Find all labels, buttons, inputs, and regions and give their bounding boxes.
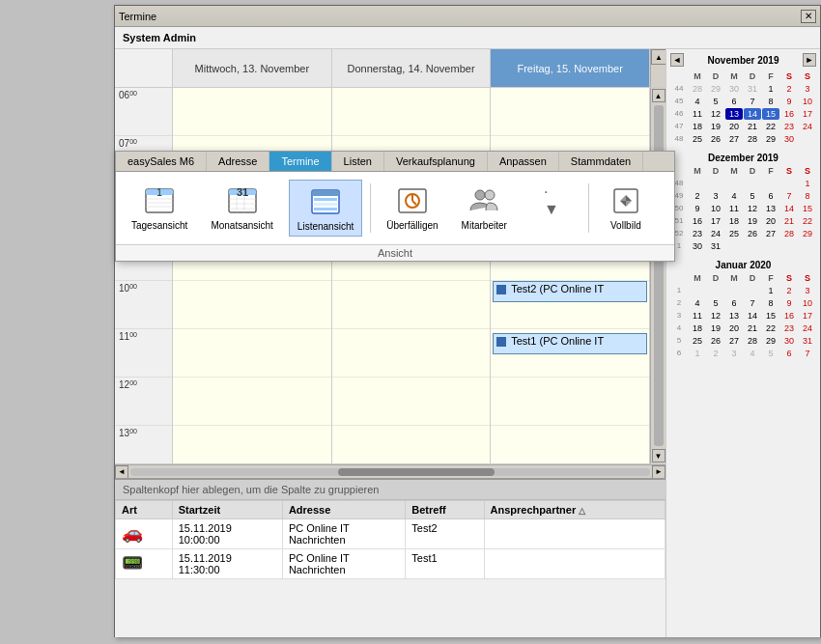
ribbon-tagesansicht[interactable]: 1 Tagesansicht <box>124 180 195 237</box>
jan-17[interactable]: 17 <box>799 310 816 322</box>
dec-24[interactable]: 24 <box>707 228 724 239</box>
jan-f7[interactable]: 7 <box>799 348 816 359</box>
nov-28b[interactable]: 28 <box>744 133 761 145</box>
tab-stammdaten[interactable]: Stammdaten <box>559 152 643 171</box>
hscroll-thumb[interactable] <box>338 468 494 476</box>
hscroll-left[interactable]: ◄ <box>115 465 128 479</box>
nov-4[interactable]: 4 <box>689 96 706 107</box>
dec-6[interactable]: 6 <box>762 190 779 202</box>
ribbon-listenansicht[interactable]: Listenansicht <box>289 180 362 237</box>
dec-11[interactable]: 11 <box>725 203 743 214</box>
dec-20[interactable]: 20 <box>762 215 779 227</box>
dec-17[interactable]: 17 <box>707 215 724 227</box>
jan-f3[interactable]: 3 <box>725 348 743 359</box>
nov-10[interactable]: 10 <box>799 96 816 107</box>
jan-11[interactable]: 11 <box>689 310 706 322</box>
ribbon-monatsansicht[interactable]: 31 Monatsansicht <box>203 180 280 237</box>
jan-10[interactable]: 10 <box>799 297 816 309</box>
dec-14[interactable]: 14 <box>780 203 798 214</box>
jan-29[interactable]: 29 <box>762 335 779 347</box>
nov-17[interactable]: 17 <box>799 108 816 120</box>
ribbon-mitarbeiter[interactable]: Mitarbeiter <box>454 180 515 237</box>
jan-26[interactable]: 26 <box>707 335 724 347</box>
dec-21[interactable]: 21 <box>780 215 798 227</box>
jan-2[interactable]: 2 <box>780 285 798 296</box>
jan-3[interactable]: 3 <box>799 285 816 296</box>
dec-3[interactable]: 3 <box>707 190 724 202</box>
dec-2[interactable]: 2 <box>689 190 706 202</box>
jan-28[interactable]: 28 <box>744 335 761 347</box>
nov-23[interactable]: 23 <box>780 121 798 132</box>
nov-8[interactable]: 8 <box>762 96 779 107</box>
day-header-wed[interactable]: Mittwoch, 13. November <box>173 49 332 87</box>
nov-6[interactable]: 6 <box>725 96 743 107</box>
tab-adresse[interactable]: Adresse <box>207 152 269 171</box>
nov-27[interactable]: 27 <box>725 133 743 145</box>
day-header-fri[interactable]: Freitag, 15. November <box>491 49 650 87</box>
dec-9[interactable]: 9 <box>689 203 706 214</box>
nav-next-btn[interactable]: ► <box>803 53 816 67</box>
dec-15[interactable]: 15 <box>799 203 816 214</box>
dec-7[interactable]: 7 <box>780 190 798 202</box>
dec-26[interactable]: 26 <box>744 228 761 239</box>
nov-1[interactable]: 1 <box>762 83 779 95</box>
wed-hour-11[interactable] <box>173 329 331 378</box>
dec-31[interactable]: 31 <box>707 240 724 252</box>
nov-26[interactable]: 26 <box>707 133 724 145</box>
dec-25[interactable]: 25 <box>725 228 743 239</box>
nov-3[interactable]: 3 <box>799 83 816 95</box>
fri-hour-12[interactable] <box>491 378 649 426</box>
jan-f6[interactable]: 6 <box>780 348 798 359</box>
scroll-up-btn[interactable]: ▲ <box>651 49 665 65</box>
jan-f5[interactable]: 5 <box>762 348 779 359</box>
tab-verkaufsplanung[interactable]: Verkaufsplanung <box>384 152 488 171</box>
jan-21[interactable]: 21 <box>744 322 761 334</box>
dec-13[interactable]: 13 <box>762 203 779 214</box>
thu-hour-11[interactable] <box>332 329 491 378</box>
jan-27[interactable]: 27 <box>725 335 743 347</box>
dec-22[interactable]: 22 <box>799 215 816 227</box>
nov-19[interactable]: 19 <box>707 121 724 132</box>
nov-29b[interactable]: 29 <box>762 133 779 145</box>
dec-18[interactable]: 18 <box>725 215 743 227</box>
nov-2[interactable]: 2 <box>780 83 798 95</box>
nov-25[interactable]: 25 <box>689 133 706 145</box>
jan-23[interactable]: 23 <box>780 322 798 334</box>
vscroll-down[interactable]: ▼ <box>652 449 665 462</box>
col-ansprechpartner[interactable]: Ansprechpartner △ <box>484 501 665 519</box>
jan-1[interactable]: 1 <box>762 285 779 296</box>
nov-12[interactable]: 12 <box>707 108 724 120</box>
ribbon-ueberfaelligen[interactable]: Überfälligen <box>379 180 445 237</box>
dec-8[interactable]: 8 <box>799 190 816 202</box>
jan-31[interactable]: 31 <box>799 335 816 347</box>
dec-28[interactable]: 28 <box>780 228 798 239</box>
table-row[interactable]: 📟 15.11.201911:30:00 PC Online ITNachric… <box>116 549 665 579</box>
nov-28[interactable]: 28 <box>689 83 706 95</box>
wed-hour-06[interactable] <box>173 88 331 136</box>
tab-termine[interactable]: Termine <box>269 152 331 171</box>
nov-18[interactable]: 18 <box>689 121 706 132</box>
nov-13[interactable]: 13 <box>725 108 743 120</box>
ribbon-vollbild[interactable]: Vollbild <box>597 180 655 237</box>
nov-5[interactable]: 5 <box>707 96 724 107</box>
fri-hour-06[interactable] <box>491 88 649 136</box>
vscroll-up[interactable]: ▲ <box>652 89 665 102</box>
jan-12[interactable]: 12 <box>707 310 724 322</box>
dec-23[interactable]: 23 <box>689 228 706 239</box>
col-startzeit[interactable]: Startzeit <box>172 501 282 519</box>
dec-16[interactable]: 16 <box>689 215 706 227</box>
jan-5[interactable]: 5 <box>707 297 724 309</box>
jan-15[interactable]: 15 <box>762 310 779 322</box>
nov-7[interactable]: 7 <box>744 96 761 107</box>
fri-hour-13[interactable] <box>491 426 649 464</box>
horizontal-scrollbar[interactable]: ◄ ► <box>115 464 665 478</box>
nov-30[interactable]: 30 <box>780 133 798 145</box>
jan-18[interactable]: 18 <box>689 322 706 334</box>
nav-prev-btn[interactable]: ◄ <box>670 53 684 67</box>
nov-11[interactable]: 11 <box>689 108 706 120</box>
jan-20[interactable]: 20 <box>725 322 743 334</box>
dec-12[interactable]: 12 <box>744 203 761 214</box>
thu-hour-13[interactable] <box>332 426 491 464</box>
jan-13[interactable]: 13 <box>725 310 743 322</box>
nov-31[interactable]: 31 <box>744 83 761 95</box>
